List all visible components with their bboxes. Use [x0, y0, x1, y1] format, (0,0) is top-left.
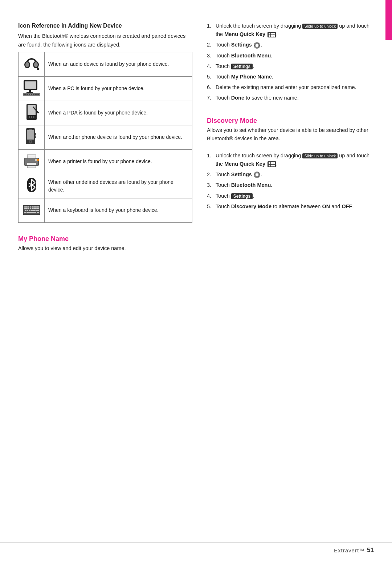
icon-cell-audio — [19, 52, 45, 76]
svg-rect-59 — [28, 208, 29, 209]
disc-step-4: 4. Touch Settings. — [207, 192, 374, 200]
svg-rect-89 — [254, 174, 255, 175]
footer-page-number: 51 — [367, 547, 374, 554]
step-number: 3. — [207, 52, 213, 60]
svg-rect-78 — [257, 47, 257, 49]
step-number: 1. — [207, 22, 213, 30]
device-icon-table: When an audio device is found by your ph… — [18, 52, 192, 223]
step-5: 5. Touch My Phone Name. — [207, 73, 374, 81]
svg-point-40 — [37, 159, 39, 161]
step-number: 6. — [207, 83, 213, 92]
svg-rect-88 — [257, 177, 257, 178]
svg-rect-65 — [25, 210, 26, 211]
step-text: Touch Done to save the new name. — [216, 94, 299, 102]
step-number: 5. — [207, 73, 213, 81]
svg-rect-87 — [257, 172, 257, 173]
my-phone-name-section: My Phone Name Allows you to view and edi… — [18, 235, 192, 253]
step-6: 6. Delete the existing name and enter yo… — [207, 83, 374, 92]
svg-rect-77 — [257, 42, 257, 44]
svg-rect-49 — [24, 206, 26, 208]
settings-badge-2: Settings — [231, 193, 253, 199]
step-text: Touch Settings. — [216, 62, 254, 70]
svg-point-6 — [34, 62, 38, 67]
step-text: Unlock the touch screen by dragging Slid… — [216, 152, 374, 168]
svg-point-23 — [37, 112, 39, 113]
icon-cell-pc — [19, 76, 45, 101]
svg-rect-58 — [26, 208, 28, 209]
icon-cell-bluetooth — [19, 174, 45, 198]
icon-label-bluetooth: When other undefined devices are found b… — [45, 174, 192, 198]
table-row: When a printer is found by your phone de… — [19, 149, 192, 174]
svg-point-31 — [30, 141, 31, 142]
disc-step-2: 2. Touch Settings . — [207, 170, 374, 179]
icon-label-pda: When a PDA is found by your phone device… — [45, 101, 192, 125]
discovery-mode-text: Allows you to set whether your device is… — [207, 126, 374, 143]
menu-quick-key-icon — [268, 32, 276, 38]
svg-rect-10 — [26, 92, 33, 93]
svg-rect-54 — [33, 206, 35, 208]
step-number: 5. — [207, 202, 213, 211]
svg-rect-50 — [26, 206, 28, 208]
step-text: Touch Bluetooth Menu. — [216, 181, 272, 189]
svg-rect-80 — [259, 45, 260, 46]
svg-point-24 — [29, 116, 30, 118]
footer-brand: Extravert™ — [334, 547, 365, 553]
svg-rect-71 — [36, 210, 39, 211]
svg-rect-13 — [24, 94, 26, 95]
right-column: 1. Unlock the touch screen by dragging S… — [207, 22, 374, 535]
svg-rect-70 — [34, 210, 36, 211]
step-number: 2. — [207, 170, 213, 179]
svg-rect-62 — [33, 208, 35, 209]
table-row: When an audio device is found by your ph… — [19, 52, 192, 76]
icon-reference-section: Icon Reference in Adding New Device When… — [18, 22, 192, 223]
my-phone-name-text: Allows you to view and edit your device … — [18, 244, 192, 253]
step-text: Touch Settings . — [216, 170, 262, 179]
disc-step-3: 3. Touch Bluetooth Menu. — [207, 181, 374, 189]
step-number: 4. — [207, 62, 213, 70]
step-text: Delete the existing name and enter your … — [216, 83, 356, 92]
step-number: 4. — [207, 192, 213, 200]
svg-rect-67 — [29, 210, 30, 211]
svg-point-26 — [33, 116, 34, 118]
step-7: 7. Touch Done to save the new name. — [207, 94, 374, 102]
icon-label-phone: When another phone device is found by yo… — [45, 125, 192, 149]
svg-rect-63 — [35, 208, 37, 209]
svg-rect-19 — [37, 94, 39, 95]
menu-quick-key-icon-2 — [268, 161, 276, 167]
svg-point-86 — [256, 173, 258, 176]
svg-rect-29 — [29, 129, 32, 130]
step-text: Unlock the touch screen by dragging Slid… — [216, 22, 374, 39]
svg-rect-33 — [35, 136, 36, 138]
icon-cell-printer — [19, 149, 45, 174]
section-heading: Icon Reference in Adding New Device — [18, 22, 192, 30]
bookmark-tab — [385, 0, 392, 40]
slide-unlock-badge-2: Slide up to unlock — [302, 153, 338, 158]
svg-rect-32 — [35, 133, 36, 136]
slide-unlock-badge: Slide up to unlock — [302, 24, 338, 29]
svg-rect-57 — [24, 208, 26, 209]
svg-rect-60 — [30, 208, 31, 209]
step-1: 1. Unlock the touch screen by dragging S… — [207, 22, 374, 39]
step-2: 2. Touch Settings . — [207, 41, 374, 49]
table-row: When a PDA is found by your phone device… — [19, 101, 192, 125]
svg-rect-51 — [28, 206, 29, 208]
svg-rect-73 — [24, 212, 26, 213]
svg-point-76 — [256, 44, 258, 47]
step-number: 7. — [207, 94, 213, 102]
disc-step-5: 5. Touch Discovery Mode to alternate bet… — [207, 202, 374, 211]
step-text: Touch Discovery Mode to alternate betwee… — [216, 202, 354, 211]
table-row: When a PC is found by your phone device. — [19, 76, 192, 101]
svg-point-2 — [25, 62, 29, 67]
discovery-mode-steps: 1. Unlock the touch screen by dragging S… — [207, 152, 374, 213]
headset-icon — [22, 55, 41, 72]
step-text: Touch Settings . — [216, 41, 262, 49]
settings-icon — [253, 42, 261, 49]
svg-rect-52 — [30, 206, 31, 208]
svg-rect-14 — [26, 94, 28, 95]
phone-icon — [22, 128, 41, 145]
step-number: 2. — [207, 41, 213, 49]
svg-rect-61 — [32, 208, 33, 209]
icon-label-printer: When a printer is found by your phone de… — [45, 149, 192, 174]
my-phone-name-title: My Phone Name — [18, 235, 192, 243]
svg-point-25 — [31, 116, 32, 118]
